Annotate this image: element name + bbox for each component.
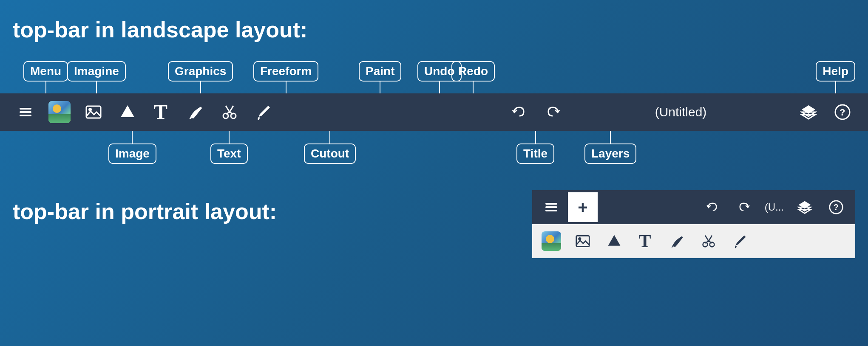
pen-icon [187,104,204,120]
annotation-line [229,131,230,143]
undo-icon [511,104,527,120]
svg-rect-18 [545,203,557,205]
svg-text:T: T [639,233,651,249]
cutout-button[interactable] [213,93,247,131]
scissors-icon [221,104,238,120]
svg-rect-20 [545,210,557,211]
portrait-add-button[interactable]: + [568,192,598,222]
portrait-layers-button[interactable] [790,192,820,222]
annotation-text-box: Text [210,143,248,164]
annotation-line [473,82,474,93]
paint-button[interactable] [247,93,281,131]
imagine-icon [48,101,71,123]
annotation-graphics-box: Graphics [168,61,233,82]
annotation-line [132,131,133,143]
annotation-graphics: Graphics [168,61,233,93]
svg-rect-1 [20,111,31,113]
layers-icon [800,104,817,121]
svg-text:?: ? [840,107,845,118]
annotation-menu-box: Menu [23,61,68,82]
annotation-line [286,82,286,93]
menu-button[interactable] [9,93,43,131]
portrait-title: (U... [760,201,788,213]
redo-icon [545,104,561,120]
svg-rect-2 [20,115,31,116]
annotation-redo: Redo [451,61,495,93]
portrait-imagine-button[interactable] [536,226,566,256]
portrait-help-icon: ? [829,200,843,214]
annotation-title: Title [516,131,554,164]
annotation-cutout-box: Cutout [304,143,356,164]
help-button[interactable]: ? [825,93,859,131]
portrait-freeform-button[interactable] [662,226,692,256]
landscape-section: top-bar in landscape layout: Menu Imagin… [0,0,868,186]
portrait-imagine-icon [542,231,561,251]
portrait-brush-icon [733,234,747,248]
portrait-undo-button[interactable] [698,192,727,222]
undo-button[interactable] [502,93,536,131]
plus-icon: + [578,198,587,217]
svg-rect-0 [20,108,31,110]
svg-line-12 [230,106,233,112]
redo-button[interactable] [536,93,570,131]
layers-button[interactable] [791,93,825,131]
portrait-graphics-button[interactable] [599,226,629,256]
svg-line-35 [709,236,712,241]
portrait-redo-button[interactable] [729,192,759,222]
annotation-line [535,131,536,143]
portrait-scissors-icon [701,234,716,248]
svg-line-34 [705,236,709,241]
annotation-title-box: Title [516,143,554,164]
annotation-line [200,82,201,93]
image-button[interactable] [77,93,111,131]
brush-icon [255,104,272,120]
annotation-image: Image [108,131,156,164]
portrait-text-icon: T [639,233,652,249]
annotation-line [439,82,440,93]
annotation-line [329,131,330,143]
portrait-graphics-icon [607,233,622,249]
annotation-imagine-box: Imagine [67,61,126,82]
image-icon [85,104,102,121]
portrait-text-button[interactable]: T [631,226,661,256]
portrait-cutout-button[interactable] [694,226,723,256]
document-title: (Untitled) [570,105,791,119]
portrait-pen-icon [670,234,684,248]
annotation-menu: Menu [23,61,68,93]
menu-icon [18,104,33,120]
svg-line-11 [226,106,230,112]
toolbar-portrait-bottom: T [532,224,855,258]
landscape-label: top-bar in landscape layout: [0,0,868,51]
graphics-button[interactable] [111,93,145,131]
svg-marker-28 [608,235,621,246]
freeform-button[interactable] [179,93,213,131]
annotation-line [380,82,380,93]
portrait-bar-container: + (U... [532,190,855,258]
annotation-line [96,82,97,93]
graphics-icon [119,104,136,121]
svg-marker-5 [121,105,134,117]
annotation-paint: Paint [359,61,401,93]
portrait-menu-button[interactable] [536,192,566,222]
svg-point-4 [88,108,92,111]
bottom-annotations: Image Text Cutout Title Layers [0,131,868,177]
svg-rect-3 [86,106,101,118]
portrait-image-icon [575,233,590,249]
annotation-cutout: Cutout [304,131,356,164]
annotation-layers-box: Layers [584,143,636,164]
portrait-redo-icon [737,200,751,214]
annotation-text: Text [210,131,248,164]
toolbar-landscape: T [0,93,868,131]
portrait-layers-icon [797,200,812,215]
svg-rect-26 [576,236,590,246]
top-annotations: Menu Imagine Graphics Freeform Paint Und… [0,51,868,93]
text-button[interactable]: T [145,93,179,131]
portrait-image-button[interactable] [568,226,598,256]
portrait-menu-icon [545,200,558,214]
annotation-line [835,82,836,93]
portrait-paint-button[interactable] [725,226,755,256]
imagine-button[interactable] [43,93,77,131]
portrait-help-button[interactable]: ? [821,192,851,222]
svg-point-27 [578,237,581,240]
annotation-line [610,131,611,143]
